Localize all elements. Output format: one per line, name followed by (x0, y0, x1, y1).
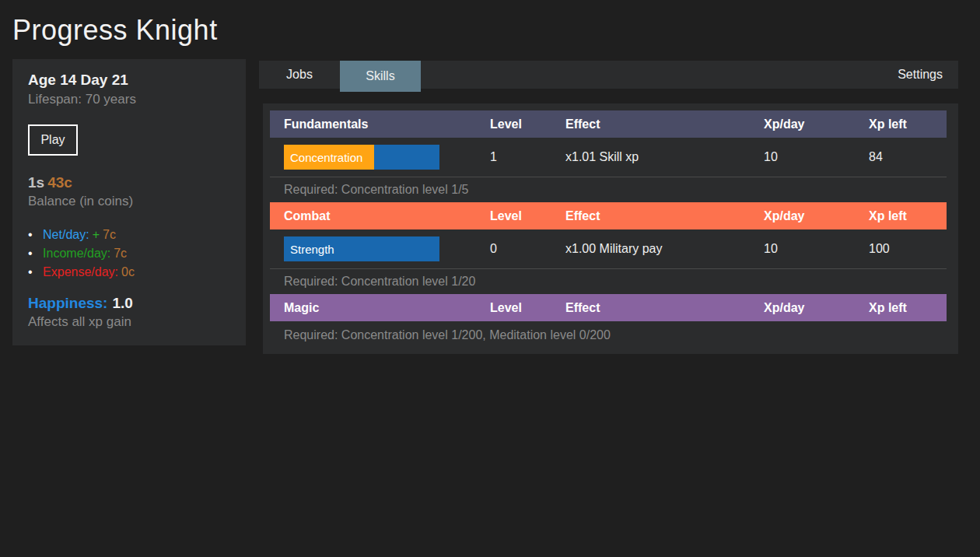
column-header-xp-day: Xp/day (764, 301, 869, 315)
required-text-fundamentals: Required: Concentration level 1/5 (270, 177, 947, 202)
column-header-effect: Effect (565, 117, 764, 131)
skill-row-strength[interactable]: Strength 0 x1.00 Military pay 10 100 (270, 229, 947, 268)
column-header-xp-day: Xp/day (764, 209, 869, 223)
skill-xp-day: 10 (764, 242, 869, 256)
stat-income-day: Income/day:7c (28, 247, 230, 261)
column-header-effect: Effect (565, 301, 764, 315)
category-header-magic: Magic Level Effect Xp/day Xp left (270, 294, 947, 321)
strength-progress-bar[interactable]: Strength (284, 236, 439, 261)
happiness-display: Happiness:1.0 (28, 295, 230, 312)
column-header-xp-day: Xp/day (764, 117, 869, 131)
stat-expense-label: Expense/day: (43, 265, 118, 278)
sidebar-panel: Age 14 Day 21 Lifespan: 70 years Play 1s… (12, 59, 246, 345)
column-header-level: Level (490, 117, 565, 131)
category-name: Magic (270, 301, 490, 315)
column-header-xp-left: Xp left (869, 209, 947, 223)
stat-net-label: Net/day: (43, 228, 89, 241)
skill-xp-left: 100 (869, 242, 947, 256)
stat-net-sign: + (93, 228, 100, 241)
column-header-xp-left: Xp left (869, 117, 947, 131)
column-header-effect: Effect (565, 209, 764, 223)
tab-jobs[interactable]: Jobs (259, 61, 340, 89)
daily-stats-list: Net/day:+7c Income/day:7c Expense/day:0c (28, 228, 230, 279)
required-text-magic: Required: Concentration level 1/200, Med… (270, 321, 947, 349)
happiness-caption: Affects all xp gain (28, 314, 230, 330)
balance-caption: Balance (in coins) (28, 194, 230, 209)
skill-row-concentration[interactable]: Concentration 1 x1.01 Skill xp 10 84 (270, 138, 947, 177)
concentration-progress-bar[interactable]: Concentration (284, 145, 439, 170)
stat-income-label: Income/day: (43, 247, 110, 260)
column-header-level: Level (490, 301, 565, 315)
column-header-level: Level (490, 209, 565, 223)
stat-expense-value: 0c (121, 265, 135, 278)
skill-level: 1 (490, 150, 565, 164)
happiness-value: 1.0 (112, 295, 132, 311)
stat-income-value: 7c (114, 247, 127, 260)
skill-effect: x1.00 Military pay (565, 242, 764, 256)
age-display: Age 14 Day 21 (28, 72, 230, 89)
column-header-xp-left: Xp left (869, 301, 947, 315)
category-header-fundamentals: Fundamentals Level Effect Xp/day Xp left (270, 110, 947, 138)
skills-panel: Fundamentals Level Effect Xp/day Xp left… (263, 103, 958, 354)
skill-effect: x1.01 Skill xp (565, 150, 764, 164)
tab-bar: Jobs Skills Settings (259, 61, 958, 89)
category-header-combat: Combat Level Effect Xp/day Xp left (270, 202, 947, 229)
skill-xp-day: 10 (764, 150, 869, 164)
skill-name-label: Strength (290, 243, 334, 256)
stat-expense-day: Expense/day:0c (28, 265, 230, 279)
stat-net-value: 7c (103, 228, 116, 241)
category-name: Fundamentals (270, 117, 490, 131)
tab-skills[interactable]: Skills (340, 61, 421, 92)
skill-xp-left: 84 (869, 150, 947, 164)
skill-level: 0 (490, 242, 565, 256)
lifespan-display: Lifespan: 70 years (28, 92, 230, 107)
skill-name-label: Concentration (290, 151, 362, 164)
app-title: Progress Knight (12, 14, 218, 47)
stat-net-day: Net/day:+7c (28, 228, 230, 242)
balance-display: 1s43c (28, 174, 230, 191)
required-text-combat: Required: Concentration level 1/20 (270, 269, 947, 294)
play-button[interactable]: Play (28, 124, 78, 156)
balance-silver: 1s (28, 174, 44, 191)
happiness-label: Happiness: (28, 295, 107, 311)
tab-settings[interactable]: Settings (882, 61, 958, 89)
balance-copper: 43c (47, 174, 72, 191)
category-name: Combat (270, 209, 490, 223)
